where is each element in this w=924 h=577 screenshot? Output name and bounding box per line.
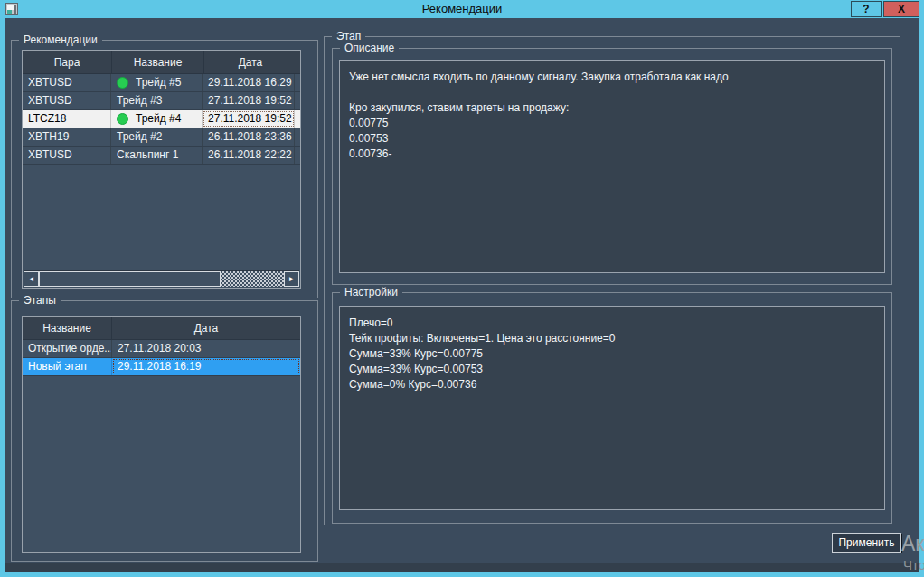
cell-name[interactable]: Трейд #4 — [111, 110, 203, 128]
table-row-selected[interactable]: LTCZ18 Трейд #4 27.11.2018 19:52 0 — [23, 110, 300, 128]
scroll-right-icon[interactable]: ► — [284, 271, 299, 287]
scrollbar-track[interactable] — [221, 271, 284, 287]
cell-extra[interactable]: 0 — [295, 74, 300, 91]
column-header-name[interactable]: Название — [112, 51, 204, 73]
horizontal-scrollbar[interactable]: ◄ ► — [24, 270, 299, 287]
stages-group-label: Этапы — [19, 294, 61, 307]
cell-name-text: Трейд #4 — [136, 112, 181, 125]
cell-pair[interactable]: XBTUSD — [23, 92, 111, 109]
scrollbar-thumb[interactable] — [39, 271, 221, 287]
description-group-label: Описание — [340, 42, 399, 54]
stages-table[interactable]: Название Дата Открытие орде... 27.11.201… — [22, 316, 301, 553]
cell-date[interactable]: 26.11.2018 22:22 — [203, 147, 295, 164]
cell-name[interactable]: Трейд #3 — [111, 92, 203, 109]
stage-groupbox: Этап Описание Уже нет смысла входить по … — [324, 36, 900, 525]
cell-name[interactable]: Открытие орде... — [23, 340, 112, 357]
cell-pair[interactable]: XBTH19 — [23, 128, 111, 146]
column-header-extra[interactable] — [297, 51, 300, 73]
recommendations-table-header: Пара Название Дата — [23, 51, 300, 74]
cell-pair[interactable]: XBTUSD — [23, 147, 111, 164]
cell-date[interactable]: 27.11.2018 20:03 — [112, 340, 300, 357]
stages-groupbox: Этапы Название Дата Открытие орде... 27.… — [11, 300, 318, 562]
close-button[interactable]: X — [883, 1, 919, 17]
cell-extra[interactable]: 0 — [295, 128, 300, 146]
cell-extra[interactable]: 0 — [295, 92, 300, 109]
window-bottom-strip — [5, 563, 919, 572]
column-header-pair[interactable]: Пара — [23, 51, 112, 73]
cell-name[interactable]: Трейд #2 — [111, 128, 203, 146]
help-button[interactable]: ? — [851, 1, 882, 17]
scroll-left-icon[interactable]: ◄ — [24, 271, 39, 287]
column-header-name[interactable]: Название — [23, 317, 112, 339]
status-green-icon — [117, 113, 128, 125]
cell-name[interactable]: Скальпинг 1 — [111, 147, 203, 164]
table-row[interactable]: Открытие орде... 27.11.2018 20:03 — [23, 340, 300, 358]
stage-group-label: Этап — [332, 30, 365, 43]
table-row-selected[interactable]: Новый этап 29.11.2018 16:19 — [23, 358, 300, 376]
table-row[interactable]: XBTH19 Трейд #2 26.11.2018 23:36 0 — [23, 128, 300, 147]
cell-pair[interactable]: LTCZ18 — [23, 110, 111, 128]
description-textbox[interactable]: Уже нет смысла входить по данному сигнал… — [339, 60, 885, 273]
status-green-icon — [117, 77, 128, 89]
cell-name[interactable]: Трейд #5 — [111, 74, 203, 91]
client-area: Рекомендации Пара Название Дата XBTUSD Т… — [5, 18, 919, 572]
settings-textbox[interactable]: Плечо=0 Тейк профиты: Включены=1. Цена э… — [339, 306, 885, 510]
cell-name[interactable]: Новый этап — [23, 358, 112, 375]
cell-date-focused[interactable]: 27.11.2018 19:52 — [203, 110, 295, 128]
background-window-text: Ак — [901, 532, 924, 556]
cell-pair[interactable]: XBTUSD — [23, 74, 111, 91]
cell-extra[interactable]: 0 — [295, 147, 300, 164]
settings-group-label: Настройки — [340, 286, 402, 298]
apply-button[interactable]: Применить — [832, 533, 901, 553]
settings-groupbox: Настройки Плечо=0 Тейк профиты: Включены… — [332, 292, 892, 524]
column-header-date[interactable]: Дата — [204, 51, 297, 73]
recommendations-groupbox: Рекомендации Пара Название Дата XBTUSD Т… — [11, 40, 318, 298]
recommendations-table[interactable]: Пара Название Дата XBTUSD Трейд #5 29.11… — [22, 50, 301, 288]
column-header-date[interactable]: Дата — [112, 317, 300, 339]
titlebar[interactable]: Рекомендации ? X — [0, 0, 924, 18]
cell-date[interactable]: 26.11.2018 23:36 — [203, 128, 295, 146]
background-window-text: Что — [903, 557, 924, 572]
stages-table-header: Название Дата — [23, 317, 300, 340]
cell-name-text: Трейд #5 — [136, 76, 181, 89]
table-row[interactable]: XBTUSD Скальпинг 1 26.11.2018 22:22 0 — [23, 147, 300, 165]
window-title: Рекомендации — [0, 0, 924, 18]
cell-date[interactable]: 27.11.2018 19:52 — [203, 92, 295, 109]
table-row[interactable]: XBTUSD Трейд #3 27.11.2018 19:52 0 — [23, 92, 300, 110]
cell-date[interactable]: 29.11.2018 16:29 — [203, 74, 295, 91]
description-groupbox: Описание Уже нет смысла входить по данно… — [332, 48, 892, 285]
cell-date-focused[interactable]: 29.11.2018 16:19 — [112, 358, 300, 375]
cell-extra[interactable]: 0 — [295, 110, 300, 128]
table-row[interactable]: XBTUSD Трейд #5 29.11.2018 16:29 0 — [23, 74, 300, 92]
recommendations-group-label: Рекомендации — [19, 33, 102, 46]
